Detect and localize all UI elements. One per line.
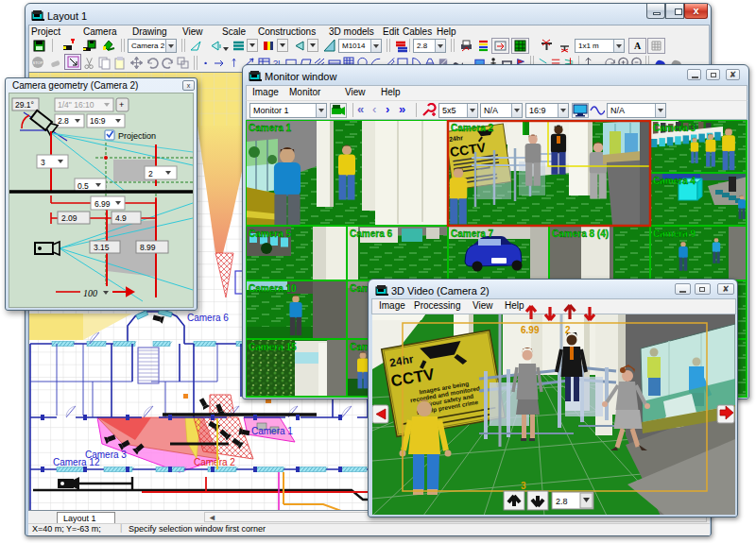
svg-text:Camera 1: Camera 1 xyxy=(251,426,293,436)
svg-text:Camera 10: Camera 10 xyxy=(249,283,297,294)
svg-text:Camera 12: Camera 12 xyxy=(53,457,100,467)
svg-text:Camera 1: Camera 1 xyxy=(249,123,291,133)
svg-text:2: 2 xyxy=(565,325,571,335)
svg-text:3: 3 xyxy=(41,158,45,167)
svg-text:4.9: 4.9 xyxy=(115,213,127,223)
svg-text:Camera 6: Camera 6 xyxy=(350,229,392,239)
svg-text:2: 2 xyxy=(148,169,153,178)
svg-text:100: 100 xyxy=(83,288,97,298)
svg-text:Camera 2: Camera 2 xyxy=(451,123,493,133)
svg-text:Camera 3: Camera 3 xyxy=(653,123,696,133)
svg-text:2.8: 2.8 xyxy=(58,116,69,126)
svg-text:Projection: Projection xyxy=(118,131,156,141)
svg-text:3.15: 3.15 xyxy=(94,243,110,252)
svg-text:2.09: 2.09 xyxy=(61,213,77,223)
svg-text:1/4" 16:10: 1/4" 16:10 xyxy=(58,100,94,110)
svg-text:Camera 8 (4): Camera 8 (4) xyxy=(552,229,609,239)
svg-text:16:9: 16:9 xyxy=(90,116,106,126)
svg-text:3: 3 xyxy=(521,481,526,491)
svg-text:Camera 7: Camera 7 xyxy=(451,229,493,239)
svg-text:+: + xyxy=(119,100,124,110)
svg-text:6.99: 6.99 xyxy=(94,199,111,209)
svg-text:STOP: STOP xyxy=(33,60,43,65)
svg-text:8.99: 8.99 xyxy=(140,243,156,252)
svg-text:6.99: 6.99 xyxy=(521,325,540,335)
svg-text:Camera 5: Camera 5 xyxy=(249,229,291,239)
svg-text:0.5: 0.5 xyxy=(77,181,89,191)
svg-text:Camera 6: Camera 6 xyxy=(187,313,229,323)
svg-text:Camera 2: Camera 2 xyxy=(194,457,235,467)
svg-text:Camera 9: Camera 9 xyxy=(653,229,696,239)
svg-text:Camera 4: Camera 4 xyxy=(653,176,696,186)
svg-text:2.8: 2.8 xyxy=(556,497,568,506)
svg-text:Camera 15: Camera 15 xyxy=(249,342,297,352)
svg-text:29.1°: 29.1° xyxy=(15,100,34,110)
